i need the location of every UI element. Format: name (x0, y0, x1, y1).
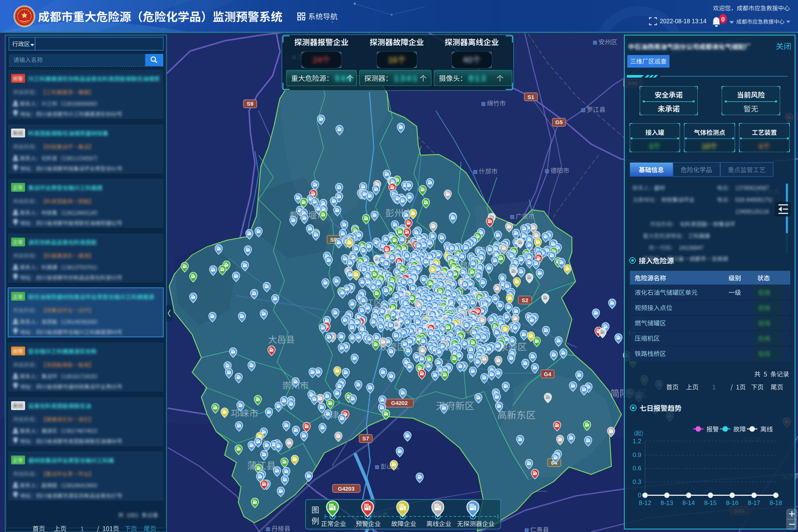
svg-text:0.3: 0.3 (632, 478, 641, 485)
svg-text:568: 568 (335, 74, 353, 84)
svg-text:8-14: 8-14 (682, 499, 695, 507)
svg-text:8-13: 8-13 (661, 499, 673, 507)
svg-text:8-18: 8-18 (770, 499, 782, 507)
svg-text:S2: S2 (522, 297, 528, 303)
svg-text:0: 0 (721, 16, 724, 23)
svg-text:8-17: 8-17 (748, 499, 760, 507)
svg-text:1341: 1341 (394, 74, 419, 84)
svg-text:1.2: 1.2 (632, 438, 641, 445)
svg-text:813: 813 (468, 74, 487, 84)
svg-text:0.9: 0.9 (632, 451, 641, 458)
svg-text:1: 1 (81, 526, 84, 532)
svg-text:G4: G4 (544, 371, 552, 377)
svg-text:S7: S7 (362, 435, 369, 441)
svg-text:8-15: 8-15 (704, 499, 717, 507)
svg-text:S1: S1 (528, 94, 534, 100)
svg-text:G5: G5 (555, 119, 563, 125)
svg-text:0: 0 (638, 492, 641, 499)
svg-text:8-16: 8-16 (726, 499, 739, 507)
svg-text:1: 1 (712, 384, 716, 391)
svg-text:G4202: G4202 (391, 400, 407, 406)
svg-text:2022-08-18 13:14: 2022-08-18 13:14 (660, 18, 706, 24)
svg-text:0.6: 0.6 (632, 465, 641, 472)
svg-text:G4203: G4203 (338, 485, 354, 492)
svg-text:S9: S9 (247, 100, 253, 107)
svg-text:8-12: 8-12 (639, 499, 651, 507)
